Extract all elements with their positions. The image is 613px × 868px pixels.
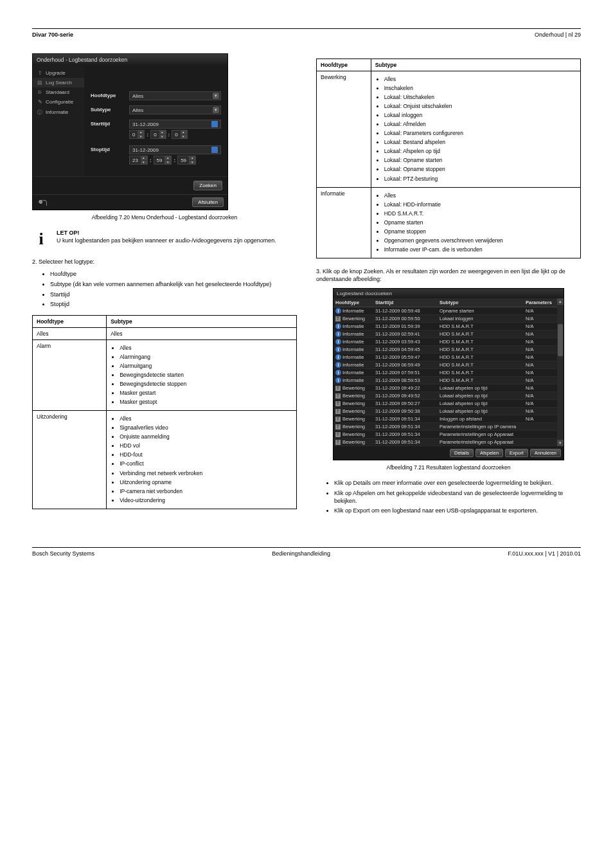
list-item: Klik op Details om meer informatie over …	[334, 480, 581, 487]
log-row[interactable]: TBewerking31-12-2009 09:51:34Parameterin…	[333, 423, 557, 431]
log-cell: N/A	[524, 377, 557, 384]
log-row[interactable]: TBewerking31-12-2009 09:49:22Lokaal afsp…	[333, 384, 557, 392]
sidebar-item-log-search[interactable]: ▤Log Search	[33, 78, 84, 87]
subtype-select[interactable]: Alles▾	[129, 105, 221, 114]
list-item: Lokaal: Opname stoppen	[384, 166, 576, 173]
start-hour-stepper[interactable]: 0▴▾	[129, 130, 145, 139]
log-cell: 31-12-2009 00:59:48	[373, 307, 438, 315]
table-cell: Alles	[107, 327, 297, 339]
scroll-down-icon[interactable]: ▾	[557, 440, 564, 446]
log-type-list: Hoofdtype Subtype (dit kan vele vormen a…	[50, 271, 297, 309]
logo-icon	[37, 199, 47, 206]
list-item: IP-camera niet verbonden	[120, 488, 292, 495]
log-cell: TBewerking	[333, 384, 373, 392]
log-cell: 31-12-2009 07:59:51	[373, 369, 438, 377]
log-cell: 31-12-2009 09:49:22	[373, 384, 438, 392]
stop-sec-stepper[interactable]: 59▴▾	[177, 156, 196, 165]
sidebar-item-info[interactable]: ⓘInformatie	[33, 107, 84, 118]
stop-hour-stepper[interactable]: 23▴▾	[129, 156, 148, 165]
operation-icon: T	[335, 386, 341, 391]
log-cell: 31-12-2009 09:50:38	[373, 408, 438, 415]
log-row[interactable]: iInformatie31-12-2009 03:59:43HDD S.M.A.…	[333, 338, 557, 346]
search-button[interactable]: Zoeken	[193, 181, 222, 190]
log-cell: iInformatie	[333, 338, 373, 346]
log-row[interactable]: iInformatie31-12-2009 07:59:51HDD S.M.A.…	[333, 369, 557, 377]
table-cell: Bewerking	[317, 71, 371, 188]
list-item: Uitzondering opname	[120, 479, 292, 486]
log-row[interactable]: iInformatie31-12-2009 08:59:53HDD S.M.A.…	[333, 377, 557, 384]
list-item: Alles	[384, 76, 576, 83]
log-cell: Lokaal afspelen op tijd	[438, 384, 524, 392]
log-row[interactable]: iInformatie31-12-2009 06:59:49HDD S.M.A.…	[333, 361, 557, 369]
play-button[interactable]: Afspelen	[475, 449, 503, 457]
scroll-up-icon[interactable]: ▴	[557, 298, 564, 305]
date-value: 31-12-2009	[132, 147, 159, 153]
note-block: i LET OP! U kunt logbestanden pas bekijk…	[32, 230, 297, 249]
log-row[interactable]: iInformatie31-12-2009 02:59:41HDD S.M.A.…	[333, 330, 557, 338]
log-row[interactable]: TBewerking31-12-2009 09:50:27Lokaal afsp…	[333, 400, 557, 408]
maintype-subtype-table-1: HoofdtypeSubtype AllesAlles Alarm AllesA…	[32, 315, 297, 509]
log-cell: TBewerking	[333, 423, 373, 431]
label-stoptijd: Stoptijd	[91, 145, 129, 152]
log-row[interactable]: TBewerking31-12-2009 09:49:52Lokaal afsp…	[333, 392, 557, 400]
list-icon: ▤	[37, 80, 43, 86]
log-row[interactable]: TBewerking31-12-2009 09:51:34Parameterin…	[333, 431, 557, 439]
stop-min-stepper[interactable]: 59▴▾	[154, 156, 172, 165]
list-item: Lokaal: Bestand afspelen	[384, 139, 576, 146]
footer-center: Bedieningshandleiding	[272, 550, 330, 557]
list-item: HDD-fout	[120, 451, 292, 458]
step-2: 2. Selecteer het logtype:	[32, 258, 297, 266]
log-cell: 31-12-2009 09:51:34	[373, 415, 438, 423]
log-row[interactable]: iInformatie31-12-2009 00:59:48Opname sta…	[333, 307, 557, 315]
hoofdtype-select[interactable]: Alles▾	[129, 91, 221, 100]
operation-icon: T	[335, 440, 341, 445]
col-header: Starttijd	[373, 298, 438, 307]
log-row[interactable]: TBewerking31-12-2009 09:51:34Parameterin…	[333, 439, 557, 446]
footer-left: Bosch Security Systems	[32, 550, 94, 557]
operation-icon: T	[335, 316, 341, 321]
close-button[interactable]: Afsluiten	[192, 197, 224, 207]
table-cell: AllesInschakelenLokaal: UitschakelenLoka…	[371, 71, 580, 188]
scrollbar[interactable]: ▴ ▾	[557, 298, 564, 446]
start-min-stepper[interactable]: 0▴▾	[150, 130, 166, 139]
log-cell: 31-12-2009 09:49:52	[373, 392, 438, 400]
log-cell: N/A	[524, 330, 557, 338]
details-button[interactable]: Details	[450, 449, 474, 457]
log-row[interactable]: iInformatie31-12-2009 05:59:47HDD S.M.A.…	[333, 354, 557, 361]
info-circle-icon: i	[335, 339, 341, 345]
log-cell: 31-12-2009 03:59:43	[373, 338, 438, 346]
table-cell: Uitzondering	[33, 411, 107, 509]
sidebar-item-config[interactable]: ✎Configuratie	[33, 97, 84, 107]
start-date-input[interactable]: 31-12-2009	[129, 120, 221, 129]
log-row[interactable]: TBewerking31-12-2009 09:50:38Lokaal afsp…	[333, 408, 557, 415]
doc-series: Divar 700-serie	[32, 32, 73, 38]
sidebar-item-upgrade[interactable]: ⇧Upgrade	[33, 68, 84, 78]
log-cell	[524, 423, 557, 431]
log-row[interactable]: iInformatie31-12-2009 01:59:39HDD S.M.A.…	[333, 323, 557, 330]
log-cell: iInformatie	[333, 361, 373, 369]
cancel-button[interactable]: Annuleren	[530, 449, 561, 457]
table-cell: AllesAlarmingangAlarmuitgangBewegingsdet…	[107, 339, 297, 410]
export-button[interactable]: Export	[505, 449, 528, 457]
log-row[interactable]: TBewerking31-12-2009 00:59:50Lokaal inlo…	[333, 315, 557, 323]
col-header: Hoofdtype	[333, 298, 373, 307]
log-cell: N/A	[524, 354, 557, 361]
sidebar-item-default[interactable]: ⛭Standaard	[33, 87, 84, 97]
log-row[interactable]: iInformatie31-12-2009 04:59:45HDD S.M.A.…	[333, 346, 557, 354]
log-cell: Parameterinstellingen op Apparaat	[438, 431, 524, 439]
sidebar-label: Informatie	[46, 109, 69, 115]
sidebar-label: Log Search	[46, 80, 72, 86]
log-row[interactable]: TBewerking31-12-2009 09:51:34Inloggen op…	[333, 415, 557, 423]
list-item: HDD vol	[120, 442, 292, 449]
col-header: Subtype	[107, 315, 297, 327]
scroll-thumb[interactable]	[558, 324, 563, 356]
list-item: Alles	[120, 345, 292, 352]
list-item: Opname stoppen	[384, 228, 576, 235]
step-3: 3. Klik op de knop Zoeken. Als er result…	[316, 267, 581, 283]
log-cell: Parameterinstellingen op IP camera	[438, 423, 524, 431]
start-sec-stepper[interactable]: 0▴▾	[172, 130, 187, 139]
stop-date-input[interactable]: 31-12-2009	[129, 145, 221, 154]
window-title: Onderhoud - Logbestand doorzoeken	[33, 54, 227, 66]
list-item: Lokaal: Uitschakelen	[384, 94, 576, 101]
figure-log-search-ui: Onderhoud - Logbestand doorzoeken ⇧Upgra…	[32, 53, 228, 210]
